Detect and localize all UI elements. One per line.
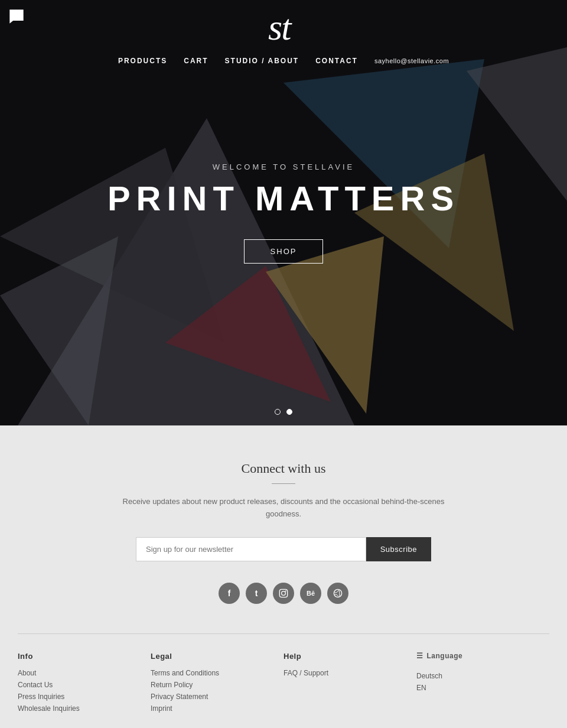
footer-link-press[interactable]: Press Inquiries — [18, 693, 151, 701]
behance-icon[interactable]: Bē — [300, 583, 321, 604]
footer-col-info: Info About Contact Us Press Inquiries Wh… — [18, 652, 151, 716]
facebook-icon[interactable]: f — [219, 583, 240, 604]
dribbble-icon[interactable] — [327, 583, 348, 604]
carousel-dot-2[interactable] — [286, 409, 292, 415]
carousel-dots — [275, 409, 292, 415]
footer-col-legal-title: Legal — [151, 652, 284, 661]
footer-col-help: Help FAQ / Support — [284, 652, 416, 716]
footer-link-wholesale[interactable]: Wholesale Inquiries — [18, 704, 151, 713]
footer-col-legal: Legal Terms and Conditions Return Policy… — [151, 652, 284, 716]
connect-title: Connect with us — [12, 461, 555, 476]
footer-link-about[interactable]: About — [18, 669, 151, 677]
footer-link-terms[interactable]: Terms and Conditions — [151, 669, 284, 677]
footer-columns: Info About Contact Us Press Inquiries Wh… — [18, 633, 549, 728]
hero-content: WELCOME TO STELLAVIE PRINT MATTERS Shop — [107, 162, 460, 264]
carousel-dot-1[interactable] — [275, 409, 281, 415]
newsletter-form: Subscribe — [136, 537, 431, 561]
footer-link-return[interactable]: Return Policy — [151, 681, 284, 689]
footer-link-contact[interactable]: Contact Us — [18, 681, 151, 689]
svg-rect-10 — [279, 589, 287, 597]
nav-studio-about[interactable]: STUDIO / ABOUT — [225, 57, 299, 65]
nav-cart[interactable]: CART — [184, 57, 208, 65]
hero-section: st PRODUCTS CART STUDIO / ABOUT CONTACT … — [0, 0, 567, 425]
instagram-icon[interactable] — [273, 583, 294, 604]
footer-col-info-title: Info — [18, 652, 151, 661]
nav-products[interactable]: PRODUCTS — [118, 57, 167, 65]
connect-tagline: Receive updates about new product releas… — [106, 496, 461, 521]
hero-title: PRINT MATTERS — [107, 178, 460, 218]
main-nav: PRODUCTS CART STUDIO / ABOUT CONTACT say… — [118, 57, 449, 65]
footer-col-help-title: Help — [284, 652, 416, 661]
footer-link-privacy[interactable]: Privacy Statement — [151, 693, 284, 701]
footer-link-faq[interactable]: FAQ / Support — [284, 669, 416, 677]
connect-divider — [272, 483, 295, 484]
footer-link-imprint[interactable]: Imprint — [151, 704, 284, 713]
header: st PRODUCTS CART STUDIO / ABOUT CONTACT … — [0, 0, 567, 65]
footer-col-language: ☰ Language Deutsch EN — [416, 652, 549, 716]
newsletter-input[interactable] — [136, 537, 366, 561]
site-logo[interactable]: st — [266, 7, 301, 48]
twitter-icon[interactable]: t — [246, 583, 267, 604]
svg-text:st: st — [268, 7, 292, 47]
shop-button[interactable]: Shop — [244, 239, 324, 264]
nav-email[interactable]: sayhello@stellavie.com — [374, 57, 449, 64]
footer-col-language-title: ☰ Language — [416, 652, 549, 664]
nav-contact[interactable]: CONTACT — [315, 57, 358, 65]
subscribe-button[interactable]: Subscribe — [366, 537, 431, 561]
footer-section: Connect with us Receive updates about ne… — [0, 425, 567, 728]
footer-link-en[interactable]: EN — [416, 684, 549, 692]
chat-icon[interactable] — [8, 8, 25, 27]
language-icon: ☰ — [416, 652, 423, 660]
svg-point-11 — [282, 591, 286, 595]
hero-subtitle: WELCOME TO STELLAVIE — [107, 162, 460, 171]
svg-point-12 — [285, 590, 286, 592]
social-row: f t Bē — [12, 583, 555, 604]
footer-link-deutsch[interactable]: Deutsch — [416, 672, 549, 680]
